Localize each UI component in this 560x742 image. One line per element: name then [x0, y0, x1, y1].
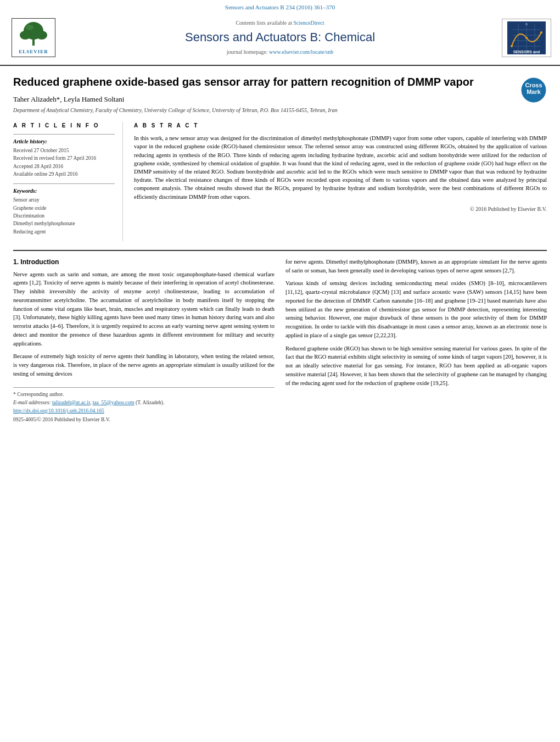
top-bar: Sensors and Actuators B 234 (2016) 361–3…: [0, 0, 560, 15]
svg-text:SENSORS and: SENSORS and: [513, 50, 540, 54]
content-list-text: Contents lists available at: [236, 20, 292, 26]
accepted-line: Accepted 28 April 2016: [13, 163, 115, 170]
elsevier-box: ELSEVIER: [12, 18, 55, 57]
body-para1: Nerve agents such as sarin and soman, ar…: [13, 270, 275, 348]
elsevier-tree-icon: [14, 20, 53, 47]
footnote-email1[interactable]: talizadeh@ut.ac.ir: [52, 400, 90, 405]
authors: Taher Alizadeh*, Leyla Hamed Soltani: [13, 94, 547, 104]
sensors-logo-img: SENSORS and B: [507, 21, 546, 54]
topbar-text: Sensors and Actuators B 234 (2016) 361–3…: [225, 4, 335, 10]
history-group: Article history: Received 27 October 201…: [13, 138, 115, 178]
footnote-email-suffix: (T. Alizadeh).: [136, 400, 164, 405]
revised-line: Received in revised form 27 April 2016: [13, 155, 115, 162]
content-list: Contents lists available at ScienceDirec…: [58, 19, 502, 27]
abstract-label: A B S T R A C T: [134, 122, 547, 130]
svg-point-16: [525, 37, 528, 39]
body-para2: Because of extremely high toxicity of ne…: [13, 352, 275, 378]
keyword-5: Reducing agent: [13, 228, 115, 236]
divider-2: [13, 183, 115, 184]
keyword-2: Graphene oxide: [13, 205, 115, 212]
body-para3: for nerve agents. Dimethyl methylphospho…: [285, 258, 547, 275]
affiliation: Department of Analytical Chemistry, Facu…: [13, 107, 547, 114]
keyword-4: Dimethyl methylphosphonate: [13, 220, 115, 227]
footnote-email2[interactable]: taa_55@yahoo.com: [93, 400, 135, 405]
journal-header: Sensors and Actuators B 234 (2016) 361–3…: [0, 0, 560, 66]
journal-title: Sensors and Actuators B: Chemical: [58, 29, 502, 46]
footnote-doi: http://dx.doi.org/10.1016/j.snb.2016.04.…: [13, 408, 275, 415]
svg-point-15: [511, 45, 513, 47]
body-left-col: 1. Introduction Nerve agents such as sar…: [13, 258, 275, 425]
svg-text:Mark: Mark: [527, 88, 541, 95]
header-center: Contents lists available at ScienceDirec…: [58, 19, 502, 56]
homepage-url[interactable]: www.elsevier.com/locate/snb: [269, 49, 333, 55]
authors-text: Taher Alizadeh*, Leyla Hamed Soltani: [13, 95, 124, 103]
footnote-email-label: E-mail addresses:: [13, 400, 51, 405]
section1-heading: 1. Introduction: [13, 258, 275, 267]
copyright: © 2016 Published by Elsevier B.V.: [134, 205, 547, 213]
history-label: Article history:: [13, 138, 115, 146]
elsevier-label: ELSEVIER: [19, 48, 48, 55]
body-para4: Various kinds of sensing devices includi…: [285, 279, 547, 339]
keyword-3: Discrimination: [13, 213, 115, 220]
svg-text:Cross: Cross: [525, 82, 542, 88]
svg-rect-1: [32, 39, 35, 46]
abstract-text: In this work, a new sensor array was des…: [134, 134, 547, 201]
crossmark-badge: Cross Mark: [520, 77, 547, 106]
main-content: Cross Mark Reduced graphene oxide-based …: [0, 66, 560, 433]
divider-1: [13, 134, 115, 135]
abstract-col: A B S T R A C T In this work, a new sens…: [134, 122, 547, 241]
crossmark-icon: Cross Mark: [520, 77, 547, 103]
keywords-group: Keywords: Sensor array Graphene oxide Di…: [13, 187, 115, 235]
available-line: Available online 29 April 2016: [13, 171, 115, 178]
section1-num: 1.: [13, 258, 19, 266]
body-columns: 1. Introduction Nerve agents such as sar…: [13, 258, 547, 425]
page-wrapper: Sensors and Actuators B 234 (2016) 361–3…: [0, 0, 560, 433]
sensors-logo-box: SENSORS and B: [502, 19, 551, 57]
svg-text:B: B: [525, 23, 528, 26]
keyword-1: Sensor array: [13, 197, 115, 204]
footnote-corresponding-text: * Corresponding author.: [13, 392, 64, 397]
article-title: Reduced graphene oxide-based gas sensor …: [13, 75, 547, 89]
svg-point-4: [36, 31, 47, 40]
svg-point-5: [26, 25, 33, 30]
sensors-logo-icon: SENSORS and B: [507, 21, 546, 54]
elsevier-logo: ELSEVIER: [9, 18, 58, 57]
section1-title: Introduction: [20, 258, 59, 266]
body-para5: Reduced graphene oxide (RGO) has shown t…: [285, 344, 547, 388]
body-separator: [13, 250, 547, 251]
footnote-email: E-mail addresses: talizadeh@ut.ac.ir, ta…: [13, 399, 275, 406]
footnote-area: * Corresponding author. E-mail addresses…: [13, 387, 275, 423]
article-info-col: A R T I C L E I N F O Article history: R…: [13, 122, 123, 241]
footnote-doi-link[interactable]: http://dx.doi.org/10.1016/j.snb.2016.04.…: [13, 408, 104, 414]
body-right-col: for nerve agents. Dimethyl methylphospho…: [285, 258, 547, 425]
journal-homepage: journal homepage: www.elsevier.com/locat…: [58, 48, 502, 56]
svg-point-3: [20, 31, 31, 40]
received-line: Received 27 October 2015: [13, 147, 115, 154]
article-info-abstract: A R T I C L E I N F O Article history: R…: [13, 122, 547, 241]
article-info-label: A R T I C L E I N F O: [13, 122, 115, 130]
footnote-corresponding: * Corresponding author.: [13, 391, 275, 398]
homepage-label: journal homepage:: [227, 49, 268, 55]
footnote-issn: 0925-4005/© 2016 Published by Elsevier B…: [13, 416, 275, 423]
keywords-label: Keywords:: [13, 187, 115, 195]
sciencedirect-link[interactable]: ScienceDirect: [293, 20, 324, 26]
header-main: ELSEVIER Contents lists available at Sci…: [0, 15, 560, 60]
svg-point-17: [540, 31, 542, 34]
